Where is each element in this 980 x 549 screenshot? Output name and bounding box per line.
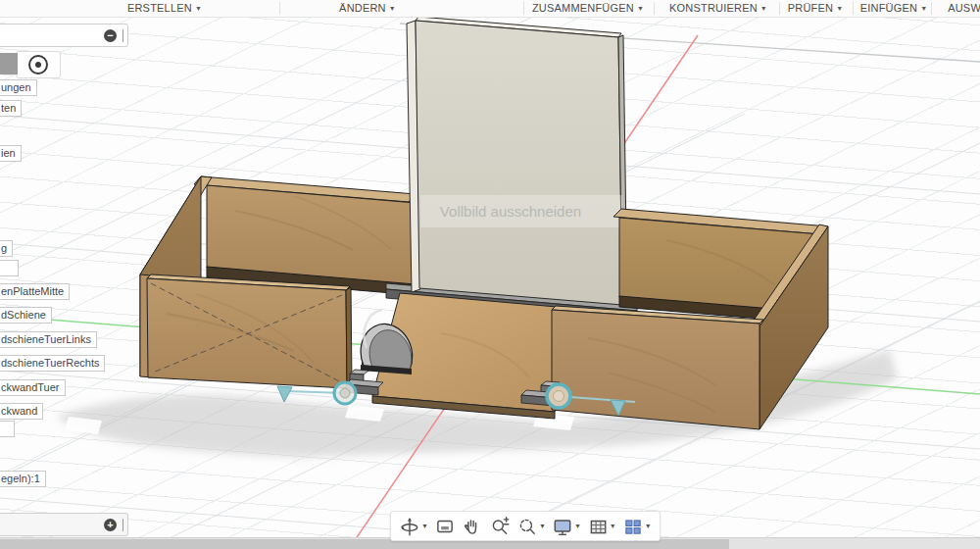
bar-divider [122, 519, 123, 531]
view-nav-toolbar: ▼ [390, 511, 661, 541]
viewports-icon [622, 516, 644, 537]
browser-top-bar: − [0, 24, 128, 47]
display-settings-icon [552, 516, 573, 537]
browser-item[interactable]: ckwandTuer [0, 379, 66, 396]
chevron-down-icon: ▼ [610, 523, 616, 529]
look-at-button[interactable] [431, 514, 459, 539]
menu-divider [853, 2, 854, 15]
menu-divider [279, 2, 280, 15]
browser-item[interactable]: ckwand [0, 403, 43, 420]
chevron-down-icon: ▼ [645, 523, 652, 529]
radio-selected-icon[interactable] [28, 55, 48, 75]
menubar: ERSTELLEN▼ ÄNDERN▼ ZUSAMMENFÜGEN▼ KONSTR… [0, 0, 980, 18]
browser-item[interactable]: ten [0, 100, 22, 117]
browser-item[interactable] [0, 260, 19, 276]
pan-button[interactable] [459, 514, 486, 539]
menu-erstellen[interactable]: ERSTELLEN▼ [127, 0, 202, 17]
chevron-down-icon: ▼ [574, 523, 581, 529]
pan-hand-icon [462, 516, 483, 537]
minus-circle-icon[interactable]: − [104, 29, 117, 42]
menu-divider [779, 2, 780, 15]
browser-item[interactable]: dSchiene [0, 307, 52, 324]
menu-zusammenfuegen[interactable]: ZUSAMMENFÜGEN▼ [532, 0, 644, 17]
grid-settings-icon [587, 516, 609, 537]
orbit-button[interactable]: ▼ [396, 514, 431, 539]
display-settings-button[interactable]: ▼ [549, 514, 584, 539]
chevron-down-icon: ▼ [920, 5, 927, 12]
orbit-icon [399, 516, 420, 537]
app-window: ERSTELLEN▼ ÄNDERN▼ ZUSAMMENFÜGEN▼ KONSTR… [0, 0, 980, 549]
chevron-down-icon: ▼ [637, 5, 644, 12]
material-swatch[interactable] [0, 53, 18, 75]
back-panel[interactable] [407, 17, 627, 305]
plus-circle-icon[interactable]: + [104, 519, 117, 531]
zoom-button[interactable] [486, 514, 514, 539]
chevron-down-icon: ▼ [195, 5, 202, 12]
model-scene: Vollbild ausschneiden [0, 17, 980, 537]
chevron-down-icon: ▼ [421, 523, 428, 529]
radio-chip [16, 51, 61, 78]
viewport-3d[interactable]: Vollbild ausschneiden [0, 17, 980, 537]
menu-divider [931, 2, 932, 15]
viewports-button[interactable]: ▼ [619, 514, 655, 539]
browser-item[interactable]: g [0, 240, 13, 257]
right-door[interactable] [552, 306, 763, 429]
menu-konstruieren[interactable]: KONSTRUIEREN▼ [669, 0, 767, 17]
chevron-down-icon: ▼ [760, 5, 767, 12]
browser-item[interactable]: ien [0, 145, 22, 162]
chevron-down-icon: ▼ [539, 523, 546, 529]
fit-button[interactable]: ▼ [514, 514, 549, 539]
chevron-down-icon: ▼ [836, 5, 843, 12]
bar-divider [122, 29, 123, 42]
browser-bottom-bar: + [0, 513, 128, 536]
menu-divider [654, 2, 655, 15]
left-door[interactable] [147, 274, 352, 388]
menu-pruefen[interactable]: PRÜFEN▼ [788, 0, 844, 17]
browser-item[interactable] [0, 421, 15, 437]
chevron-down-icon: ▼ [389, 5, 396, 12]
browser-item[interactable]: dschieneTuerRechts [0, 355, 105, 372]
browser-item[interactable]: dschieneTuerLinks [0, 331, 97, 348]
menu-aendern[interactable]: ÄNDERN▼ [339, 0, 396, 17]
look-at-icon [434, 516, 456, 537]
grid-settings-button[interactable]: ▼ [584, 514, 619, 539]
menu-auswaehlen[interactable]: AUSWÄHLEN▼ [948, 0, 980, 17]
overlay-text: Vollbild ausschneiden [440, 203, 581, 220]
menu-divider [523, 2, 524, 15]
menu-einfuegen[interactable]: EINFÜGEN▼ [860, 0, 928, 17]
fit-icon [516, 516, 538, 537]
zoom-icon [489, 516, 511, 537]
browser-item[interactable]: ungen [0, 79, 37, 96]
browser-item[interactable]: enPlatteMitte [0, 283, 70, 300]
browser-item[interactable]: egeln):1 [0, 471, 46, 487]
